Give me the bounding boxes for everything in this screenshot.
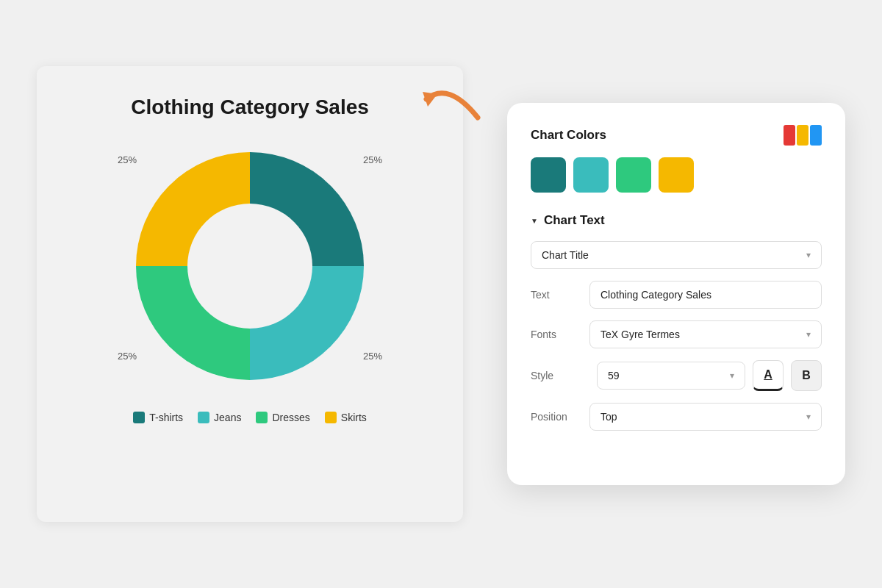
chart-text-section[interactable]: ▼ Chart Text xyxy=(531,213,822,228)
chart-title-row: Chart Title ▾ xyxy=(531,241,822,269)
color-swatches xyxy=(531,157,822,193)
text-input[interactable] xyxy=(600,289,811,301)
color-swatch-1[interactable] xyxy=(531,157,566,193)
fonts-dropdown[interactable]: TeX Gyre Termes ▾ xyxy=(589,320,822,348)
legend-label-dresses: Dresses xyxy=(272,412,309,423)
legend-item-tshirts: T-shirts xyxy=(133,412,183,423)
style-label: Style xyxy=(531,370,589,381)
settings-panel: Chart Colors ▼ Chart Text Chart Title ▾ xyxy=(507,103,845,485)
text-label: Text xyxy=(531,289,589,301)
legend-dot-tshirts xyxy=(133,412,145,423)
color-swatch-3[interactable] xyxy=(616,157,651,193)
legend-label-tshirts: T-shirts xyxy=(149,412,183,423)
fonts-value: TeX Gyre Termes xyxy=(600,329,680,340)
fonts-chevron: ▾ xyxy=(806,329,811,340)
chart-title-chevron: ▾ xyxy=(806,250,811,260)
legend-item-jeans: Jeans xyxy=(198,412,241,423)
chart-title-dropdown-value: Chart Title xyxy=(542,249,589,261)
chart-colors-title: Chart Colors xyxy=(531,128,606,143)
text-input-wrapper[interactable] xyxy=(589,281,822,309)
style-btn-b-label: B xyxy=(802,369,811,382)
legend-dot-dresses xyxy=(256,412,268,423)
chart-title-dropdown[interactable]: Chart Title ▾ xyxy=(531,241,822,269)
legend-label-skirts: Skirts xyxy=(341,412,367,423)
legend-label-jeans: Jeans xyxy=(214,412,241,423)
chart-text-title: Chart Text xyxy=(544,213,605,228)
color-swatch-4[interactable] xyxy=(659,157,694,193)
position-label: Position xyxy=(531,411,589,423)
position-chevron: ▾ xyxy=(806,412,811,422)
scene: Clothing Category Sales 25% 25 xyxy=(37,29,845,559)
legend-dot-skirts xyxy=(325,412,337,423)
arrow-container xyxy=(419,74,485,143)
chart-legend: T-shirts Jeans Dresses Skirts xyxy=(133,412,367,423)
text-row: Text xyxy=(531,281,822,309)
position-dropdown[interactable]: Top ▾ xyxy=(589,403,822,431)
legend-dot-jeans xyxy=(198,412,209,423)
donut-chart: 25% 25% 25% 25% xyxy=(125,141,375,391)
palette-block-yellow xyxy=(797,125,808,146)
palette-block-blue xyxy=(810,125,822,146)
svg-point-0 xyxy=(187,204,312,329)
chart-colors-header: Chart Colors xyxy=(531,125,822,146)
fonts-label: Fonts xyxy=(531,329,589,340)
style-row: Style 59 ▾ A B xyxy=(531,360,822,391)
style-btn-a-label: A xyxy=(764,368,772,381)
arrow-icon xyxy=(419,74,485,132)
position-row: Position Top ▾ xyxy=(531,403,822,431)
style-value: 59 xyxy=(608,370,620,381)
donut-svg xyxy=(125,141,375,391)
style-dropdown[interactable]: 59 ▾ xyxy=(597,362,745,390)
chart-title: Clothing Category Sales xyxy=(131,96,369,119)
style-chevron: ▾ xyxy=(730,370,734,381)
position-value: Top xyxy=(600,411,617,423)
legend-item-dresses: Dresses xyxy=(256,412,309,423)
palette-icon xyxy=(784,125,822,146)
fonts-row: Fonts TeX Gyre Termes ▾ xyxy=(531,320,822,348)
legend-item-skirts: Skirts xyxy=(325,412,367,423)
color-swatch-2[interactable] xyxy=(573,157,609,193)
collapse-icon: ▼ xyxy=(531,217,538,225)
style-btn-underline[interactable]: A xyxy=(753,360,784,391)
chart-card: Clothing Category Sales 25% 25 xyxy=(37,66,463,522)
palette-block-red xyxy=(784,125,795,146)
style-btn-bold[interactable]: B xyxy=(791,360,822,391)
